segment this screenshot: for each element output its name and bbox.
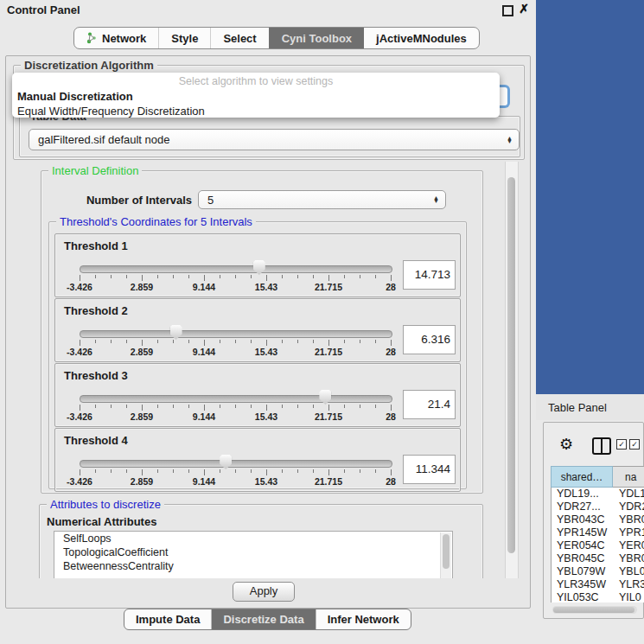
tick-mark: [220, 469, 220, 473]
threshold-panel: Threshold 1-3.4262.8599.14415.4321.71528…: [54, 233, 461, 297]
number-of-intervals-label: Number of Intervals: [78, 194, 192, 207]
tick-label: -3.426: [67, 347, 92, 357]
dropdown-item[interactable]: Manual Discretization: [12, 89, 500, 104]
vertical-scrollbar[interactable]: [505, 162, 519, 578]
table-row[interactable]: YBR043CYBR0: [552, 513, 644, 526]
float-window-icon[interactable]: [502, 5, 513, 16]
tick-mark: [328, 340, 329, 346]
numerical-attributes-list[interactable]: SelfLoopsTopologicalCoefficientBetweenne…: [54, 531, 453, 578]
slider-track[interactable]: [80, 265, 392, 273]
table-row[interactable]: YLR345WYLR3: [552, 578, 644, 591]
tick-mark: [188, 469, 189, 473]
cell-shared-name: YIL053C: [552, 591, 614, 603]
threshold-value-field[interactable]: 6.316: [403, 325, 456, 354]
screen: { "control_panel": { "title": "Control P…: [0, 0, 644, 644]
tick-mark: [142, 340, 143, 346]
tab-label: Network: [102, 32, 146, 45]
table-panel-titlebar: Table Panel: [536, 394, 644, 420]
table-data-combobox[interactable]: galFiltered.sif default node ▲▼: [29, 129, 520, 150]
slider-ticks: [80, 469, 391, 476]
list-item[interactable]: BetweennessCentrality: [54, 559, 452, 573]
settings-scroll-viewport: Interval Definition Number of Intervals …: [13, 162, 504, 578]
column-header[interactable]: na: [613, 466, 644, 488]
checkbox-icon[interactable]: ✓: [629, 439, 640, 450]
tick-mark: [391, 469, 392, 475]
split-view-icon[interactable]: [592, 437, 611, 455]
tab-discretize-data[interactable]: Discretize Data: [211, 609, 315, 629]
tab-label: jActiveMNodules: [376, 32, 467, 45]
tick-mark: [344, 469, 345, 473]
tick-mark: [375, 340, 376, 343]
tab-cyni-toolbox[interactable]: Cyni Toolbox: [269, 28, 364, 48]
tick-mark: [188, 405, 189, 408]
slider-track[interactable]: [80, 460, 392, 468]
control-panel: Control Panel ✗ NetworkStyleSelectCyni T…: [0, 0, 534, 644]
tick-label: -3.426: [67, 476, 92, 487]
list-scrollbar[interactable]: [440, 532, 451, 578]
column-header[interactable]: shared…: [551, 466, 613, 488]
thresholds-group: Threshold's Coordinates for 5 Intervals …: [48, 221, 467, 489]
threshold-value-field[interactable]: 11.344: [403, 455, 456, 484]
tick-mark: [313, 405, 314, 408]
tick-label: 28: [386, 411, 396, 422]
list-item[interactable]: TopologicalCoefficient: [54, 545, 452, 559]
tick-mark: [220, 275, 220, 278]
combo-value: galFiltered.sif default node: [38, 133, 169, 146]
gear-icon[interactable]: ⚙: [559, 435, 573, 454]
cell-name: YBR0: [614, 513, 644, 526]
tab-jactivemnodules[interactable]: jActiveMNodules: [364, 28, 479, 48]
tick-mark: [297, 275, 298, 278]
tick-mark: [235, 469, 236, 473]
algorithm-dropdown-popup: Select algorithm to view settings Manual…: [12, 73, 500, 118]
tick-mark: [95, 340, 96, 343]
tick-mark: [157, 340, 158, 343]
tick-mark: [313, 469, 314, 473]
tick-mark: [235, 405, 236, 408]
threshold-value-field[interactable]: 21.4: [403, 390, 456, 419]
table-row[interactable]: YPR145WYPR1: [552, 526, 644, 539]
threshold-value-field[interactable]: 14.713: [403, 260, 456, 290]
tick-label: 21.715: [315, 347, 342, 357]
combo-value: 5: [207, 194, 214, 207]
threshold-panel: Threshold 2-3.4262.8599.14415.4321.71528…: [54, 298, 461, 362]
list-item[interactable]: SelfLoops: [54, 532, 452, 545]
close-icon[interactable]: ✗: [519, 2, 529, 16]
tab-style[interactable]: Style: [158, 28, 210, 48]
checkbox-icon[interactable]: ✓: [616, 439, 627, 450]
tab-network[interactable]: Network: [74, 28, 158, 48]
threshold-panel: Threshold 4-3.4262.8599.14415.4321.71528…: [54, 428, 461, 492]
tick-mark: [360, 405, 360, 408]
numerical-attributes-label: Numerical Attributes: [47, 515, 156, 528]
tick-mark: [282, 275, 283, 278]
table-panel-title: Table Panel: [548, 401, 607, 414]
tick-mark: [173, 405, 174, 408]
tab-impute-data[interactable]: Impute Data: [124, 609, 211, 629]
table-row[interactable]: YIL053CYIL0: [552, 591, 644, 603]
tab-select[interactable]: Select: [210, 28, 268, 48]
table-row[interactable]: YBL079WYBL0: [552, 565, 644, 578]
tick-label: 2.859: [131, 282, 153, 292]
tab-label: Style: [171, 32, 198, 45]
tab-infer-network[interactable]: Infer Network: [316, 609, 411, 629]
tick-mark: [80, 340, 80, 346]
tick-mark: [297, 469, 298, 473]
horizontal-scrollbar[interactable]: [552, 606, 637, 614]
tick-label: 9.144: [193, 411, 215, 422]
table-row[interactable]: YBR045CYBR0: [552, 552, 644, 565]
cell-shared-name: YBL079W: [552, 565, 614, 578]
table-row[interactable]: YDL19...YDL1: [552, 488, 644, 501]
threshold-label: Threshold 3: [64, 369, 128, 382]
dropdown-item[interactable]: Equal Width/Frequency Discretization: [12, 104, 500, 118]
table-row[interactable]: YDR27...YDR2: [552, 501, 644, 513]
table-row[interactable]: YER054CYER0: [552, 539, 644, 552]
tick-mark: [157, 405, 158, 408]
tick-mark: [80, 275, 80, 281]
tick-mark: [375, 405, 376, 408]
slider-track[interactable]: [80, 330, 392, 338]
group-label: Discretization Algorithm: [21, 59, 157, 72]
apply-button[interactable]: Apply: [233, 582, 295, 602]
tick-mark: [251, 275, 252, 278]
slider-track[interactable]: [80, 395, 392, 403]
number-of-intervals-combobox[interactable]: 5 ▲▼: [198, 190, 446, 209]
tick-label: 28: [386, 347, 396, 357]
